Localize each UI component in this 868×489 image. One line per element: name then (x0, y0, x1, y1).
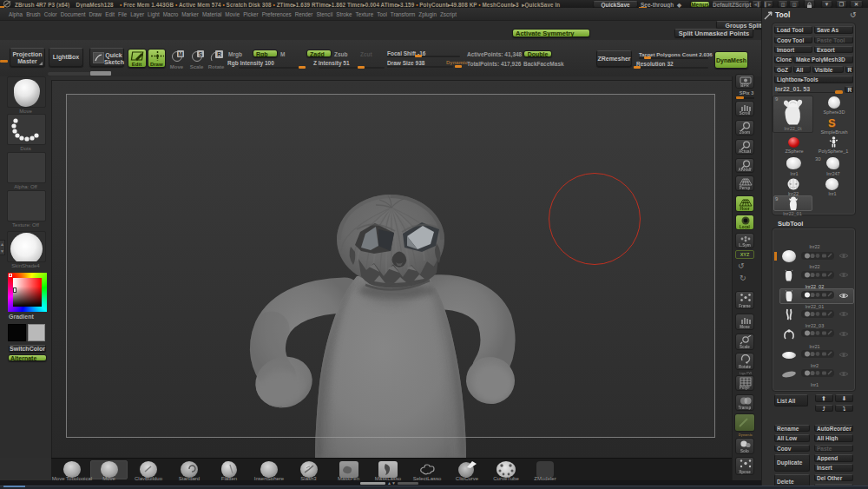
svg-text:M: M (178, 51, 182, 57)
svg-text:R: R (217, 51, 221, 57)
svg-text:S: S (198, 51, 202, 57)
